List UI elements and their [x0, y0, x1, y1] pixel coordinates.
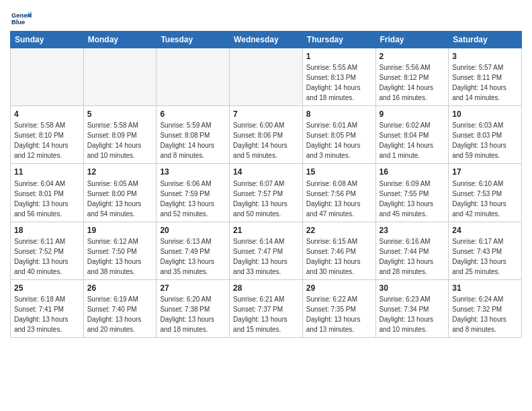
week-row-4: 18Sunrise: 6:11 AM Sunset: 7:52 PM Dayli… [11, 222, 522, 279]
day-number: 2 [380, 51, 445, 62]
column-header-friday: Friday [375, 32, 449, 48]
calendar-cell: 23Sunrise: 6:16 AM Sunset: 7:44 PM Dayli… [375, 222, 449, 279]
calendar-cell: 18Sunrise: 6:11 AM Sunset: 7:52 PM Dayli… [11, 222, 84, 279]
calendar-cell: 16Sunrise: 6:09 AM Sunset: 7:55 PM Dayli… [375, 164, 449, 222]
column-header-sunday: Sunday [11, 32, 84, 48]
calendar-cell: 11Sunrise: 6:04 AM Sunset: 8:01 PM Dayli… [11, 164, 84, 222]
day-info: Sunrise: 6:01 AM Sunset: 8:05 PM Dayligh… [306, 122, 361, 159]
calendar-cell: 10Sunrise: 6:03 AM Sunset: 8:03 PM Dayli… [449, 106, 522, 164]
day-info: Sunrise: 5:58 AM Sunset: 8:09 PM Dayligh… [87, 122, 142, 159]
day-number: 22 [306, 225, 372, 236]
day-info: Sunrise: 6:09 AM Sunset: 7:55 PM Dayligh… [380, 180, 434, 218]
page-header: General Blue [10, 7, 522, 28]
day-info: Sunrise: 6:20 AM Sunset: 7:38 PM Dayligh… [160, 295, 214, 333]
day-info: Sunrise: 6:12 AM Sunset: 7:50 PM Dayligh… [87, 238, 142, 275]
calendar-cell: 3Sunrise: 5:57 AM Sunset: 8:11 PM Daylig… [449, 48, 522, 106]
day-number: 17 [452, 167, 518, 177]
calendar-cell: 8Sunrise: 6:01 AM Sunset: 8:05 PM Daylig… [302, 106, 375, 164]
day-number: 9 [380, 109, 445, 120]
day-number: 15 [306, 167, 372, 177]
day-info: Sunrise: 6:00 AM Sunset: 8:06 PM Dayligh… [233, 122, 287, 159]
calendar-cell: 7Sunrise: 6:00 AM Sunset: 8:06 PM Daylig… [230, 106, 303, 164]
title-block [32, 7, 522, 8]
calendar-cell: 30Sunrise: 6:23 AM Sunset: 7:34 PM Dayli… [375, 279, 449, 337]
day-number: 11 [14, 167, 80, 177]
day-info: Sunrise: 6:15 AM Sunset: 7:46 PM Dayligh… [306, 238, 361, 275]
day-number: 7 [233, 109, 299, 120]
calendar-cell: 5Sunrise: 5:58 AM Sunset: 8:09 PM Daylig… [83, 106, 157, 164]
day-number: 30 [380, 283, 445, 293]
day-info: Sunrise: 6:08 AM Sunset: 7:56 PM Dayligh… [306, 180, 361, 218]
day-number: 20 [160, 225, 226, 236]
week-row-2: 4Sunrise: 5:58 AM Sunset: 8:10 PM Daylig… [11, 106, 522, 164]
day-info: Sunrise: 6:16 AM Sunset: 7:44 PM Dayligh… [380, 238, 434, 275]
day-number: 16 [380, 167, 445, 177]
day-number: 21 [233, 225, 299, 236]
day-info: Sunrise: 5:57 AM Sunset: 8:11 PM Dayligh… [452, 64, 506, 101]
day-info: Sunrise: 6:24 AM Sunset: 7:32 PM Dayligh… [452, 295, 506, 333]
column-header-tuesday: Tuesday [157, 32, 230, 48]
day-number: 28 [233, 283, 299, 293]
day-number: 23 [380, 225, 445, 236]
day-info: Sunrise: 6:23 AM Sunset: 7:34 PM Dayligh… [380, 295, 434, 333]
day-info: Sunrise: 6:14 AM Sunset: 7:47 PM Dayligh… [233, 238, 287, 275]
column-header-saturday: Saturday [449, 32, 522, 48]
calendar-table: SundayMondayTuesdayWednesdayThursdayFrid… [10, 31, 522, 338]
calendar-cell: 24Sunrise: 6:17 AM Sunset: 7:43 PM Dayli… [449, 222, 522, 279]
calendar-cell: 25Sunrise: 6:18 AM Sunset: 7:41 PM Dayli… [11, 279, 84, 337]
calendar-cell: 12Sunrise: 6:05 AM Sunset: 8:00 PM Dayli… [83, 164, 157, 222]
day-info: Sunrise: 6:18 AM Sunset: 7:41 PM Dayligh… [14, 295, 69, 333]
day-number: 4 [14, 109, 80, 120]
column-header-monday: Monday [83, 32, 157, 48]
day-info: Sunrise: 6:03 AM Sunset: 8:03 PM Dayligh… [452, 122, 506, 159]
calendar-cell: 31Sunrise: 6:24 AM Sunset: 7:32 PM Dayli… [449, 279, 522, 337]
calendar-cell: 13Sunrise: 6:06 AM Sunset: 7:59 PM Dayli… [157, 164, 230, 222]
day-number: 12 [87, 167, 153, 177]
header-row: SundayMondayTuesdayWednesdayThursdayFrid… [11, 32, 522, 48]
day-number: 6 [160, 109, 226, 120]
column-header-thursday: Thursday [302, 32, 375, 48]
calendar-cell: 19Sunrise: 6:12 AM Sunset: 7:50 PM Dayli… [83, 222, 157, 279]
day-number: 31 [452, 283, 518, 293]
calendar-cell: 21Sunrise: 6:14 AM Sunset: 7:47 PM Dayli… [230, 222, 303, 279]
day-number: 26 [87, 283, 153, 293]
column-header-wednesday: Wednesday [230, 32, 303, 48]
day-info: Sunrise: 6:10 AM Sunset: 7:53 PM Dayligh… [452, 180, 506, 218]
day-number: 24 [452, 225, 518, 236]
day-info: Sunrise: 6:17 AM Sunset: 7:43 PM Dayligh… [452, 238, 506, 275]
day-number: 27 [160, 283, 226, 293]
day-info: Sunrise: 6:06 AM Sunset: 7:59 PM Dayligh… [160, 180, 214, 218]
day-info: Sunrise: 5:59 AM Sunset: 8:08 PM Dayligh… [160, 122, 214, 159]
calendar-cell: 22Sunrise: 6:15 AM Sunset: 7:46 PM Dayli… [302, 222, 375, 279]
day-number: 13 [160, 167, 226, 177]
calendar-cell [11, 48, 84, 106]
calendar-cell [230, 48, 303, 106]
calendar-cell: 29Sunrise: 6:22 AM Sunset: 7:35 PM Dayli… [302, 279, 375, 337]
logo: General Blue [10, 9, 32, 28]
day-info: Sunrise: 6:07 AM Sunset: 7:57 PM Dayligh… [233, 180, 287, 218]
day-info: Sunrise: 6:05 AM Sunset: 8:00 PM Dayligh… [87, 180, 142, 218]
day-number: 10 [452, 109, 518, 120]
calendar-cell: 1Sunrise: 5:55 AM Sunset: 8:13 PM Daylig… [302, 48, 375, 106]
calendar-cell: 14Sunrise: 6:07 AM Sunset: 7:57 PM Dayli… [230, 164, 303, 222]
day-info: Sunrise: 6:11 AM Sunset: 7:52 PM Dayligh… [14, 238, 69, 275]
day-info: Sunrise: 6:04 AM Sunset: 8:01 PM Dayligh… [14, 180, 69, 218]
day-info: Sunrise: 6:19 AM Sunset: 7:40 PM Dayligh… [87, 295, 142, 333]
calendar-cell: 27Sunrise: 6:20 AM Sunset: 7:38 PM Dayli… [157, 279, 230, 337]
day-number: 3 [452, 51, 518, 62]
day-info: Sunrise: 6:02 AM Sunset: 8:04 PM Dayligh… [380, 122, 434, 159]
day-info: Sunrise: 6:22 AM Sunset: 7:35 PM Dayligh… [306, 295, 361, 333]
calendar-cell [83, 48, 157, 106]
svg-text:Blue: Blue [11, 19, 25, 26]
week-row-3: 11Sunrise: 6:04 AM Sunset: 8:01 PM Dayli… [11, 164, 522, 222]
day-number: 14 [233, 167, 299, 177]
calendar-cell: 6Sunrise: 5:59 AM Sunset: 8:08 PM Daylig… [157, 106, 230, 164]
day-info: Sunrise: 5:58 AM Sunset: 8:10 PM Dayligh… [14, 122, 69, 159]
day-number: 5 [87, 109, 153, 120]
week-row-5: 25Sunrise: 6:18 AM Sunset: 7:41 PM Dayli… [11, 279, 522, 337]
day-number: 18 [14, 225, 80, 236]
logo-icon: General Blue [10, 9, 32, 28]
week-row-1: 1Sunrise: 5:55 AM Sunset: 8:13 PM Daylig… [11, 48, 522, 106]
day-number: 25 [14, 283, 80, 293]
day-number: 29 [306, 283, 372, 293]
